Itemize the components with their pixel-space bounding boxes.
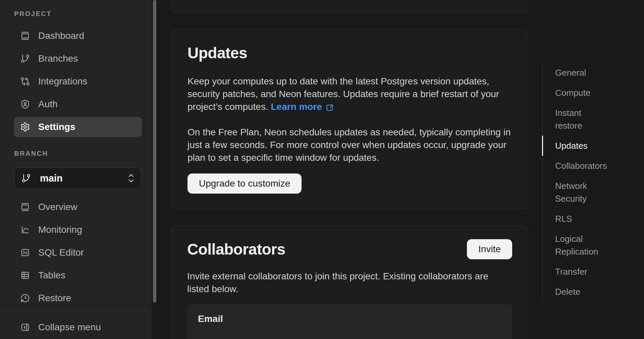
sidebar-footer: Collapse menu bbox=[0, 311, 152, 337]
settings-nav-rls[interactable]: RLS bbox=[543, 209, 620, 229]
sidebar-item-tables[interactable]: Tables bbox=[14, 265, 142, 285]
settings-nav-network-security[interactable]: Network Security bbox=[543, 176, 620, 209]
collaborators-table: Email bbox=[187, 304, 512, 339]
window-icon bbox=[20, 202, 30, 212]
updates-paragraph-1: Keep your computes up to date with the l… bbox=[187, 75, 513, 113]
settings-nav-delete[interactable]: Delete bbox=[543, 282, 620, 302]
sidebar-item-restore[interactable]: Restore bbox=[14, 288, 142, 308]
chart-icon bbox=[20, 225, 30, 235]
chevron-up-down-icon bbox=[127, 173, 135, 184]
sidebar-item-label: Settings bbox=[38, 122, 75, 132]
history-icon bbox=[20, 293, 30, 303]
settings-nav-transfer[interactable]: Transfer bbox=[543, 262, 620, 282]
sidebar-item-dashboard[interactable]: Dashboard bbox=[14, 26, 142, 46]
sidebar-item-label: SQL Editor bbox=[38, 247, 84, 258]
learn-more-label: Learn more bbox=[271, 100, 322, 113]
table-icon bbox=[20, 270, 30, 280]
updates-paragraph-2: On the Free Plan, Neon schedules updates… bbox=[187, 126, 513, 164]
sidebar-item-label: Branches bbox=[38, 53, 78, 64]
branch-selector[interactable]: main bbox=[14, 167, 141, 189]
external-link-icon bbox=[325, 103, 334, 112]
settings-content: Updates Keep your computes up to date wi… bbox=[171, 0, 528, 339]
updates-body-text: Keep your computes up to date with the l… bbox=[187, 76, 499, 112]
project-sidebar: PROJECT Dashboard Branches Integrations … bbox=[0, 0, 152, 339]
settings-section-nav: General Compute Instant restore Updates … bbox=[542, 63, 620, 302]
project-nav: Dashboard Branches Integrations Auth Set… bbox=[14, 26, 142, 137]
collaborators-header: Collaborators Invite bbox=[187, 239, 512, 259]
git-branch-icon bbox=[21, 173, 31, 183]
updates-card: Updates Keep your computes up to date wi… bbox=[171, 29, 528, 209]
sidebar-item-label: Tables bbox=[38, 270, 65, 281]
sidebar-item-label: Restore bbox=[38, 293, 71, 303]
settings-nav-logical-replication[interactable]: Logical Replication bbox=[543, 229, 620, 262]
card-partial-top bbox=[171, 0, 528, 13]
collaborators-description: Invite external collaborators to join th… bbox=[187, 270, 512, 295]
sidebar-scrollbar-track[interactable] bbox=[152, 0, 158, 339]
settings-nav-collaborators[interactable]: Collaborators bbox=[543, 156, 620, 176]
sidebar-item-overview[interactable]: Overview bbox=[14, 197, 142, 217]
gear-icon bbox=[20, 122, 30, 132]
sidebar-item-monitoring[interactable]: Monitoring bbox=[14, 220, 142, 240]
git-branch-icon bbox=[20, 54, 30, 64]
sidebar-item-integrations[interactable]: Integrations bbox=[14, 71, 142, 91]
branch-selector-value: main bbox=[40, 173, 119, 184]
sidebar-scrollbar-thumb[interactable] bbox=[153, 0, 156, 302]
sidebar-item-label: Overview bbox=[38, 202, 77, 212]
collaborators-title: Collaborators bbox=[187, 240, 285, 259]
project-section-label: PROJECT bbox=[14, 10, 152, 18]
updates-title: Updates bbox=[187, 44, 512, 62]
git-compare-icon bbox=[20, 76, 30, 86]
sidebar-item-label: Integrations bbox=[38, 76, 87, 87]
invite-button[interactable]: Invite bbox=[467, 239, 512, 259]
panel-collapse-icon bbox=[20, 322, 30, 332]
sidebar-item-branches[interactable]: Branches bbox=[14, 49, 142, 69]
branch-nav: Overview Monitoring SQL Editor Tables Re… bbox=[14, 197, 142, 308]
shield-user-icon bbox=[20, 99, 30, 109]
sidebar-item-sql-editor[interactable]: SQL Editor bbox=[14, 243, 142, 263]
sidebar-item-label: Dashboard bbox=[38, 30, 84, 41]
settings-nav-compute[interactable]: Compute bbox=[543, 83, 620, 103]
sidebar-item-settings[interactable]: Settings bbox=[14, 117, 142, 137]
settings-nav-instant-restore[interactable]: Instant restore bbox=[543, 103, 620, 136]
collapse-menu-label: Collapse menu bbox=[38, 322, 101, 333]
settings-nav-updates[interactable]: Updates bbox=[543, 136, 620, 156]
settings-main: Updates Keep your computes up to date wi… bbox=[158, 0, 644, 339]
sidebar-item-label: Auth bbox=[38, 99, 58, 110]
learn-more-link[interactable]: Learn more bbox=[271, 100, 334, 113]
settings-nav-general[interactable]: General bbox=[543, 63, 620, 83]
branch-section-label: BRANCH bbox=[14, 150, 152, 157]
collapse-menu-button[interactable]: Collapse menu bbox=[14, 317, 142, 337]
sql-terminal-icon bbox=[20, 248, 30, 258]
sidebar-item-auth[interactable]: Auth bbox=[14, 94, 142, 114]
upgrade-to-customize-button[interactable]: Upgrade to customize bbox=[187, 174, 302, 194]
sidebar-item-label: Monitoring bbox=[38, 224, 82, 235]
table-column-email: Email bbox=[198, 314, 501, 324]
collaborators-card: Collaborators Invite Invite external col… bbox=[171, 225, 528, 339]
window-icon bbox=[20, 31, 30, 41]
